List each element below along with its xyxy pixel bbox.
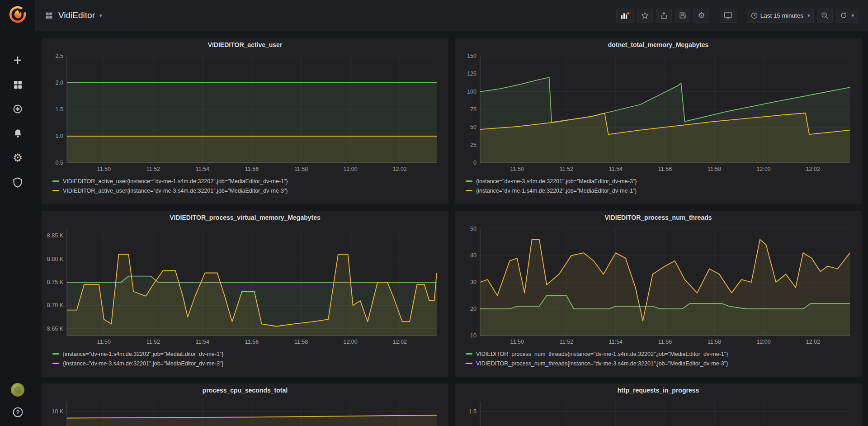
svg-text:20: 20 [470, 306, 476, 312]
cycle-view-mode-button[interactable] [720, 9, 736, 23]
svg-text:50: 50 [470, 124, 476, 130]
dashboard-settings-button[interactable]: ⚙ [693, 9, 709, 23]
refresh-icon [840, 12, 847, 19]
svg-text:125: 125 [467, 71, 476, 77]
add-panel-button[interactable] [616, 9, 634, 23]
legend: {instance="dv-me-3.s4m.de:32201",job="Me… [459, 175, 857, 195]
svg-text:1.5: 1.5 [469, 408, 476, 415]
gear-icon: ⚙ [698, 11, 705, 19]
svg-text:8.75 K: 8.75 K [47, 279, 64, 285]
svg-text:12:00: 12:00 [343, 339, 357, 345]
panel-title[interactable]: VIDIEDITOR_process_virtual_memory_Megaby… [46, 211, 444, 224]
legend-color-swatch [52, 363, 59, 364]
chart-canvas[interactable]: 0.51.01.52.02.511:5011:5211:5411:5611:58… [46, 52, 444, 175]
svg-text:10: 10 [470, 332, 476, 339]
user-avatar[interactable] [11, 383, 24, 398]
time-range-label: Last 15 minutes [760, 12, 803, 19]
svg-text:12:02: 12:02 [806, 166, 820, 172]
grafana-app: ⚙ [0, 0, 868, 426]
legend-label: VIDIEDITOR_process_num_threads{instance=… [476, 360, 728, 367]
panel-title[interactable]: process_cpu_seconds_total [46, 383, 444, 397]
panel-title[interactable]: dotnet_total_memory_Megabytes [459, 38, 857, 52]
sidebar-item-configuration[interactable]: ⚙ [7, 146, 28, 170]
svg-text:1.0: 1.0 [56, 133, 63, 139]
panel: http_requests_in_progress 1.511:5011:521… [455, 383, 862, 426]
svg-text:11:58: 11:58 [708, 339, 721, 345]
sidebar-item-explore[interactable] [7, 97, 28, 121]
plus-icon [13, 55, 23, 65]
svg-text:11:52: 11:52 [560, 339, 573, 345]
help-icon: ? [12, 407, 24, 418]
legend-color-swatch [52, 180, 59, 182]
legend-color-swatch [466, 190, 472, 191]
svg-text:11:52: 11:52 [560, 166, 573, 172]
save-dashboard-button[interactable] [675, 9, 690, 23]
svg-text:8.70 K: 8.70 K [47, 302, 64, 308]
legend-label: {instance="dv-me-1.s4m.de:32202",job="Me… [476, 188, 637, 194]
sidebar-item-create[interactable] [7, 48, 28, 72]
legend: {instance="dv-me-1.s4m.de:32202",job="Me… [46, 347, 444, 368]
chart-canvas[interactable]: 1.511:5011:5211:5411:5611:5812:0012:02 [459, 397, 857, 426]
svg-text:0: 0 [473, 160, 476, 166]
legend-item[interactable]: {instance="dv-me-1.s4m.de:32202",job="Me… [52, 349, 442, 359]
legend-item[interactable]: {instance="dv-me-1.s4m.de:32202",job="Me… [466, 186, 855, 195]
legend-color-swatch [52, 353, 59, 355]
svg-text:40: 40 [470, 252, 476, 259]
panel: dotnet_total_memory_Megabytes 0255075100… [455, 38, 862, 204]
share-dashboard-button[interactable] [656, 9, 672, 23]
zoom-out-time-button[interactable] [817, 9, 833, 23]
grid-icon [45, 12, 53, 19]
svg-text:11:54: 11:54 [609, 339, 623, 345]
dashboard-title[interactable]: VidiEditor [58, 10, 95, 20]
legend-label: {instance="dv-me-3.s4m.de:32201",job="Me… [63, 360, 223, 367]
chart-canvas[interactable]: 102030405011:5011:5211:5411:5611:5812:00… [459, 224, 857, 347]
star-dashboard-button[interactable] [637, 9, 653, 23]
legend-item[interactable]: VIDIEDITOR_active_user{instance="dv-me-3… [52, 186, 442, 195]
sidebar-item-alerting[interactable] [7, 121, 28, 146]
svg-text:11:56: 11:56 [658, 339, 672, 345]
svg-text:11:50: 11:50 [510, 339, 524, 345]
save-icon [679, 12, 686, 19]
legend-item[interactable]: VIDIEDITOR_process_num_threads{instance=… [466, 359, 855, 368]
svg-text:10 K: 10 K [52, 408, 63, 415]
star-icon [641, 12, 649, 19]
svg-text:8.80 K: 8.80 K [47, 256, 64, 262]
legend-item[interactable]: VIDIEDITOR_process_num_threads{instance=… [466, 349, 855, 359]
svg-text:11:54: 11:54 [196, 339, 209, 345]
panel-title[interactable]: VIDIEDITOR_active_user [46, 38, 444, 52]
legend-color-swatch [466, 180, 472, 182]
svg-text:11:56: 11:56 [245, 166, 259, 172]
legend-label: VIDIEDITOR_process_num_threads{instance=… [476, 351, 728, 357]
chevron-down-icon: ▾ [807, 13, 810, 19]
panel: VIDIEDITOR_process_num_threads 102030405… [455, 211, 862, 377]
grafana-logo[interactable] [8, 5, 28, 24]
legend-item[interactable]: VIDIEDITOR_active_user{instance="dv-me-1… [52, 176, 442, 186]
sidebar-bottom: ? [11, 383, 24, 420]
chart-canvas[interactable]: 10 K11:5011:5211:5411:5611:5812:0012:02 [46, 397, 444, 426]
refresh-button[interactable]: ▾ [836, 9, 858, 23]
help-button[interactable]: ? [12, 407, 24, 420]
panel: process_cpu_seconds_total 10 K11:5011:52… [42, 383, 448, 426]
sidebar-item-dashboards[interactable] [7, 72, 28, 97]
svg-text:100: 100 [467, 89, 476, 95]
svg-text:?: ? [16, 409, 19, 416]
chart-canvas[interactable]: 025507510012515011:5011:5211:5411:5611:5… [459, 52, 857, 175]
chevron-down-icon: ▾ [851, 13, 854, 19]
svg-text:2.0: 2.0 [56, 80, 63, 86]
svg-text:11:52: 11:52 [146, 339, 160, 345]
sidebar-item-server-admin[interactable] [7, 170, 28, 194]
panel-title[interactable]: VIDIEDITOR_process_num_threads [459, 211, 857, 224]
svg-text:11:56: 11:56 [245, 339, 259, 345]
panel-title[interactable]: http_requests_in_progress [459, 383, 857, 397]
legend-item[interactable]: {instance="dv-me-3.s4m.de:32201",job="Me… [466, 176, 855, 186]
topbar: VidiEditor ▾ [35, 0, 868, 31]
chart-canvas[interactable]: 8.65 K8.70 K8.75 K8.80 K8.85 K11:5011:52… [46, 224, 444, 347]
legend: VIDIEDITOR_process_num_threads{instance=… [459, 347, 857, 368]
time-range-picker[interactable]: Last 15 minutes ▾ [747, 9, 814, 23]
legend-label: VIDIEDITOR_active_user{instance="dv-me-3… [63, 188, 288, 194]
legend-item[interactable]: {instance="dv-me-3.s4m.de:32201",job="Me… [52, 359, 442, 368]
svg-text:11:50: 11:50 [97, 166, 111, 172]
svg-text:11:54: 11:54 [609, 166, 623, 172]
svg-text:11:56: 11:56 [658, 166, 672, 172]
svg-text:0.5: 0.5 [56, 160, 63, 166]
